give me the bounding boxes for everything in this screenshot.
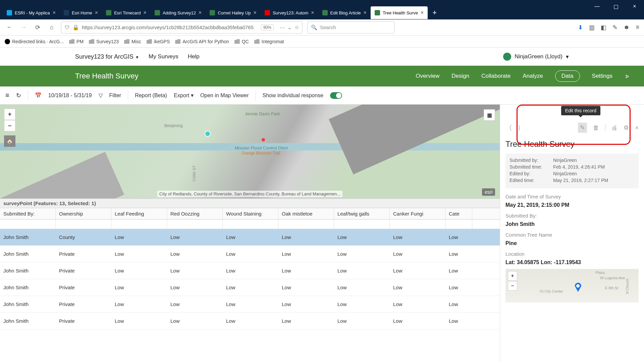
- bookmark-1[interactable]: PM: [69, 39, 84, 44]
- sidebar-icon[interactable]: ◧: [601, 24, 606, 31]
- close-icon[interactable]: ×: [53, 10, 56, 16]
- lock-icon: 🔒: [72, 24, 79, 31]
- nav-analyze[interactable]: Analyze: [523, 73, 543, 79]
- col-2[interactable]: Leaf Feeding: [111, 208, 167, 219]
- col-0[interactable]: Submitted By:: [0, 208, 56, 219]
- bookmark-5[interactable]: ArcGIS API for Python: [175, 39, 229, 44]
- next-record-button[interactable]: 〉: [518, 123, 524, 132]
- user-menu[interactable]: NinjaGreen (Lloyd) ▾: [503, 53, 569, 61]
- table-row[interactable]: John SmithPrivateLowLowLowLowLowLowLow: [0, 296, 500, 313]
- table-row[interactable]: John SmithPrivateLowLowLowLowLowLowLow: [0, 262, 500, 279]
- close-icon[interactable]: ×: [364, 10, 367, 16]
- close-icon[interactable]: ×: [254, 10, 257, 16]
- nav-overview[interactable]: Overview: [416, 73, 439, 79]
- close-icon[interactable]: ×: [95, 10, 98, 16]
- bookmark-star-icon[interactable]: ☆: [294, 24, 299, 31]
- col-3[interactable]: Red Oozzing: [167, 208, 223, 219]
- cell: Low: [390, 313, 445, 329]
- back-button[interactable]: ←: [5, 23, 14, 32]
- account-icon[interactable]: ☻: [624, 24, 630, 31]
- tab-3[interactable]: Adding Survey12×: [151, 6, 206, 19]
- close-icon[interactable]: ×: [199, 10, 202, 16]
- basemap-button[interactable]: ▦: [484, 109, 495, 121]
- prev-record-button[interactable]: 〈: [505, 123, 512, 132]
- table-row[interactable]: John SmithPrivateLowLowLowLowLowLowLow: [0, 279, 500, 296]
- zoom-out-button[interactable]: −: [4, 120, 15, 131]
- zoom-in-button[interactable]: +: [4, 109, 15, 120]
- print-button[interactable]: 🖨: [611, 124, 618, 131]
- eyedropper-icon[interactable]: ✎: [612, 24, 618, 31]
- tab-1[interactable]: Esri Home×: [60, 6, 102, 19]
- share-icon[interactable]: ⪢: [625, 73, 631, 80]
- zoom-badge[interactable]: 90%: [261, 24, 274, 31]
- url-input[interactable]: 🛡 🔒 https://survey123.arcgis.com/surveys…: [61, 21, 303, 34]
- close-window-button[interactable]: ×: [625, 0, 644, 13]
- reload-button[interactable]: ⟳: [33, 23, 42, 32]
- gear-icon[interactable]: ⚙: [624, 124, 629, 131]
- nav-my-surveys[interactable]: My Surveys: [149, 53, 178, 60]
- new-tab-button[interactable]: +: [428, 8, 441, 17]
- col-8[interactable]: Cate: [445, 208, 472, 219]
- map-point-selected[interactable]: [205, 131, 211, 137]
- filter-row[interactable]: [0, 220, 500, 229]
- pocket-icon[interactable]: ⌄: [287, 24, 292, 31]
- download-icon[interactable]: ⬇: [578, 24, 583, 31]
- filter-button[interactable]: Filter: [109, 93, 121, 99]
- bookmark-2[interactable]: Survey123: [89, 39, 119, 44]
- close-icon[interactable]: ×: [421, 10, 424, 16]
- date-range[interactable]: 10/19/18 - 5/31/19: [48, 93, 92, 99]
- close-icon[interactable]: ×: [144, 10, 147, 16]
- map-point[interactable]: [262, 138, 265, 141]
- maximize-button[interactable]: ▢: [606, 0, 625, 13]
- bookmark-6[interactable]: QC: [234, 39, 249, 44]
- nav-data[interactable]: Data: [555, 70, 580, 82]
- minimize-button[interactable]: —: [588, 0, 606, 13]
- menu-icon[interactable]: ≡: [636, 24, 639, 31]
- map[interactable]: + − 🏠 ▦ Jennie Davis Park Mission Flood …: [0, 105, 500, 198]
- nav-design[interactable]: Design: [451, 73, 469, 79]
- delete-record-button[interactable]: 🗑: [593, 124, 599, 131]
- nav-help[interactable]: Help: [188, 53, 200, 60]
- tab-6[interactable]: Edit Blog Article×: [318, 6, 371, 19]
- zoom-home-button[interactable]: 🏠: [4, 135, 15, 147]
- bookmark-7[interactable]: Integromat: [254, 39, 284, 44]
- mini-zoom-in[interactable]: +: [508, 271, 517, 281]
- library-icon[interactable]: ▥: [589, 24, 595, 31]
- hamburger-icon[interactable]: ≡: [5, 92, 9, 99]
- tab-4[interactable]: Comet Halley Up×: [206, 6, 261, 19]
- table-row[interactable]: John SmithPrivateLowLowLowLowLowLowLow: [0, 313, 500, 329]
- nav-collaborate[interactable]: Collaborate: [481, 73, 511, 79]
- edit-record-button[interactable]: ✎: [578, 123, 587, 133]
- chevron-down-icon[interactable]: ▼: [135, 55, 139, 60]
- tab-2[interactable]: Esri Timecard×: [102, 6, 151, 19]
- close-icon[interactable]: ×: [311, 10, 314, 16]
- bookmark-0[interactable]: Redirected links · ArcG...: [5, 39, 64, 44]
- col-7[interactable]: Canker Fungi: [390, 208, 445, 219]
- refresh-icon[interactable]: ↻: [16, 92, 21, 99]
- mini-map[interactable]: + − Plaza W Lugonia Ave Tri City Center …: [505, 269, 639, 302]
- search-icon: 🔍: [311, 24, 317, 31]
- col-6[interactable]: Leaf/twig galls: [334, 208, 390, 219]
- brand[interactable]: Survey123 for ArcGIS ▼: [75, 53, 139, 60]
- col-1[interactable]: Ownership: [56, 208, 111, 219]
- home-button[interactable]: ⌂: [47, 23, 56, 32]
- tab-5[interactable]: Survey123: Autom×: [261, 6, 318, 19]
- col-4[interactable]: Wound Staining: [223, 208, 278, 219]
- table-row[interactable]: John SmithCountyLowLowLowLowLowLowLow: [0, 229, 500, 246]
- bookmark-4[interactable]: ikeGPS: [147, 39, 170, 44]
- table-row[interactable]: John SmithPrivateLowLowLowLowLowLowLow: [0, 246, 500, 262]
- forward-button[interactable]: →: [19, 23, 28, 32]
- nav-settings[interactable]: Settings: [592, 73, 612, 79]
- mini-zoom-out[interactable]: −: [508, 281, 517, 291]
- tab-7[interactable]: Tree Health Surve×: [371, 6, 428, 19]
- individual-toggle[interactable]: [330, 92, 342, 99]
- more-icon[interactable]: ⋯: [280, 24, 285, 31]
- search-input[interactable]: 🔍 Search: [307, 21, 394, 34]
- close-panel-button[interactable]: ×: [635, 124, 639, 131]
- open-map-viewer-button[interactable]: Open in Map Viewer: [200, 93, 249, 99]
- bookmark-3[interactable]: Misc: [124, 39, 141, 44]
- col-5[interactable]: Oak mistletoe: [278, 208, 334, 219]
- export-button[interactable]: Export ▾: [174, 92, 194, 99]
- report-button[interactable]: Report (Beta): [135, 93, 167, 99]
- tab-0[interactable]: ESRI - My Applica×: [3, 6, 60, 19]
